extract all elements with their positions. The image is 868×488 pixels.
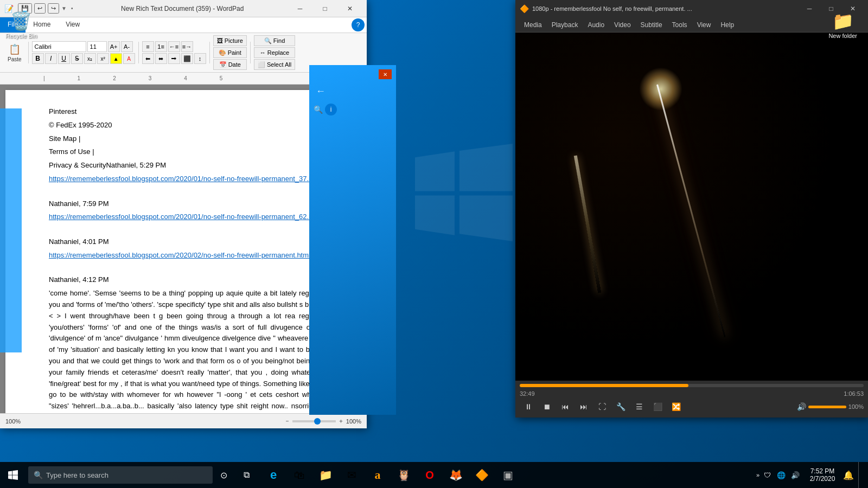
insert-paint-btn[interactable]: 🎨 Paint [213, 47, 247, 58]
tray-network-icon[interactable]: 🌐 [775, 468, 788, 481]
select-all-btn[interactable]: ⬜ Select All [254, 59, 295, 70]
num-list-btn[interactable]: 1≡ [155, 41, 167, 52]
taskbar-clock[interactable]: 7:52 PM 2/7/2020 [806, 467, 839, 483]
taskbar-app-store[interactable]: 🛍 [286, 462, 312, 488]
show-desktop-btn[interactable] [858, 462, 864, 488]
taskbar-app-vlc[interactable]: 🔶 [469, 462, 495, 488]
start-button[interactable] [0, 462, 26, 488]
doc-link2[interactable]: https://rememeberlessfool.blogspot.com/2… [49, 211, 329, 223]
blue-search-icon[interactable]: 🔍 [314, 105, 323, 114]
line-spacing-btn[interactable]: ↕ [194, 53, 206, 64]
vlc-fullscreen-btn[interactable]: ⛶ [593, 399, 611, 414]
taskbar-app-edge[interactable]: e [260, 462, 286, 488]
font-family-input[interactable] [32, 41, 86, 52]
blue-info-icon[interactable]: i [325, 104, 337, 115]
notification-btn[interactable]: 🔔 [839, 462, 858, 488]
vlc-menu-view[interactable]: View [693, 19, 716, 31]
strikethrough-btn[interactable]: S̶ [71, 53, 83, 64]
tab-view[interactable]: View [58, 17, 87, 33]
indent-less-btn[interactable]: ←≡ [168, 41, 180, 52]
taskbar-app-tripadvisor[interactable]: 🦉 [391, 462, 417, 488]
vlc-next-btn[interactable]: ⏭ [575, 399, 592, 414]
vlc-menu-tools[interactable]: Tools [668, 19, 692, 31]
redo-quick-btn[interactable]: ↪ [48, 3, 59, 14]
doc-link1-anchor[interactable]: https://rememeberlessfool.blogspot.com/2… [49, 175, 322, 183]
vlc-stop-btn[interactable]: ⏹ [538, 399, 556, 414]
cortana-btn[interactable]: ⊙ [213, 462, 234, 488]
ribbon-help-btn[interactable]: ? [352, 18, 365, 31]
tray-antivirus-icon[interactable]: 🛡 [761, 468, 774, 481]
doc-link3-anchor[interactable]: https://rememeberlessfool.blogspot.com/2… [49, 251, 310, 259]
zoom-slider[interactable] [292, 420, 336, 422]
align-justify-btn[interactable]: ⬛ [181, 53, 193, 64]
vlc-video-area[interactable] [515, 33, 868, 381]
italic-btn[interactable]: I [45, 53, 57, 64]
vlc-volume-bar[interactable] [808, 406, 846, 408]
vlc-btn-row: ⏸ ⏹ ⏮ ⏭ ⛶ 🔧 ☰ ⬛ 🔀 🔊 100% [520, 399, 864, 414]
quick-access-dropdown[interactable]: ▼ [61, 5, 67, 11]
bold-btn[interactable]: B [32, 53, 44, 64]
show-hidden-icons-btn[interactable]: » [756, 472, 760, 478]
vlc-menu-video[interactable]: Video [610, 19, 635, 31]
font-size-input[interactable] [87, 41, 107, 52]
vlc-frame-btn[interactable]: ⬛ [649, 399, 666, 414]
doc-link1[interactable]: https://rememeberlessfool.blogspot.com/2… [49, 174, 329, 185]
taskbar-search-bar[interactable]: 🔍 [28, 466, 213, 484]
ribbon-paste-btn[interactable]: 📋 Paste [4, 41, 25, 65]
doc-line-privacy: Privacy & SecurityNathaniel, 5:29 PM [49, 160, 329, 171]
zoom-plus-btn[interactable]: ＋ [338, 417, 344, 425]
vlc-loop-btn[interactable]: 🔀 [667, 399, 685, 414]
vlc-menu-playback[interactable]: Playback [547, 19, 583, 31]
replace-btn[interactable]: ↔ Replace [254, 47, 295, 58]
find-btn[interactable]: 🔍 Find [254, 35, 295, 46]
vlc-volume-icon[interactable]: 🔊 [797, 402, 806, 411]
subscript-btn[interactable]: x₂ [84, 53, 96, 64]
vlc-pause-btn[interactable]: ⏸ [520, 399, 537, 414]
taskbar-app-explorer[interactable]: 📁 [312, 462, 339, 488]
font-shrink-btn[interactable]: A- [121, 41, 133, 52]
zoom-minus-btn[interactable]: － [284, 417, 290, 425]
align-right-btn[interactable]: ⮕ [168, 53, 180, 64]
vlc-playlist-btn[interactable]: ☰ [630, 399, 648, 414]
vlc-menu-help[interactable]: Help [716, 19, 738, 31]
tray-volume-icon[interactable]: 🔊 [789, 468, 802, 481]
highlight-btn[interactable]: ▲ [110, 53, 122, 64]
superscript-btn[interactable]: x² [97, 53, 109, 64]
insert-picture-btn[interactable]: 🖼 Picture [213, 35, 247, 46]
indent-more-btn[interactable]: ≡→ [181, 41, 193, 52]
wordpad-minimize-btn[interactable]: ─ [288, 0, 312, 17]
blue-close-btn[interactable]: ✕ [379, 69, 392, 79]
wordpad-window-controls: ─ □ ✕ [288, 0, 362, 17]
wordpad-maximize-btn[interactable]: □ [312, 0, 337, 17]
vlc-extended-btn[interactable]: 🔧 [612, 399, 629, 414]
taskbar-app-mail[interactable]: ✉ [339, 462, 365, 488]
recycle-bin-icon[interactable]: 🗑️ Recycle Bin [5, 11, 37, 39]
taskbar-search-input[interactable] [46, 471, 207, 479]
vlc-prev-btn[interactable]: ⏮ [557, 399, 574, 414]
taskbar-app-unknown[interactable]: ▣ [495, 462, 521, 488]
wordpad-close-btn[interactable]: ✕ [337, 0, 362, 17]
align-center-btn[interactable]: ⬌ [155, 53, 167, 64]
vlc-menu-audio[interactable]: Audio [583, 19, 609, 31]
task-view-btn[interactable]: ⧉ [234, 462, 258, 488]
align-left-btn[interactable]: ⬅ [142, 53, 154, 64]
bullet-list-btn[interactable]: ≡ [142, 41, 154, 52]
taskbar-app-firefox[interactable]: 🦊 [443, 462, 469, 488]
doc-link3[interactable]: https://rememeberlessfool.blogspot.com/2… [49, 250, 329, 261]
underline-btn[interactable]: U [58, 53, 70, 64]
vlc-minimize-btn[interactable]: ─ [799, 0, 820, 17]
doc-msg1-author: Nathaniel, 7:59 PM [49, 198, 329, 210]
vlc-menu-subtitle[interactable]: Subtitle [636, 19, 667, 31]
new-folder-icon[interactable]: 📁 New folder [828, 11, 857, 39]
vlc-progress-bar[interactable] [520, 384, 864, 387]
font-color-btn[interactable]: A [123, 53, 135, 64]
blue-back-arrow[interactable]: ← [314, 84, 392, 99]
font-grow-btn[interactable]: A+ [108, 41, 120, 52]
taskbar-app-opera[interactable]: O [417, 462, 443, 488]
vlc-menu-media[interactable]: Media [520, 19, 546, 31]
doc-link2-anchor[interactable]: https://rememeberlessfool.blogspot.com/2… [49, 213, 322, 221]
vlc-progress-fill [520, 384, 688, 387]
taskbar-app-amazon[interactable]: a [365, 462, 391, 488]
insert-datetime-btn[interactable]: 📅 Date [213, 59, 247, 70]
ribbon-insert-group: 🖼 Picture 🎨 Paint 📅 Date [213, 35, 247, 70]
